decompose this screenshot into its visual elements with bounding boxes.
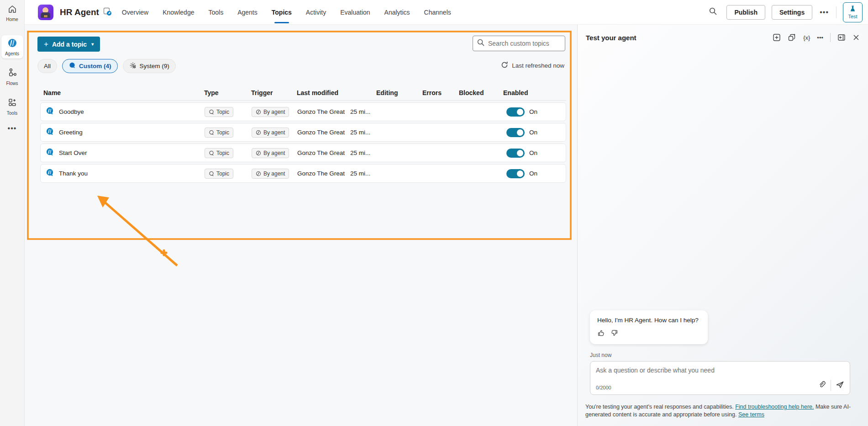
- topic-name: Greeting: [59, 129, 83, 136]
- chat-input-box: 0/2000: [590, 361, 850, 395]
- modified-by: Gonzo The Great: [297, 108, 345, 115]
- attachment-icon[interactable]: [818, 380, 826, 390]
- global-search-icon[interactable]: [709, 7, 717, 17]
- home-icon: [8, 5, 17, 16]
- type-badge: Topic: [205, 107, 233, 117]
- tab-knowledge[interactable]: Knowledge: [163, 0, 194, 25]
- table-row[interactable]: Greeting Topic By agent Gonzo The Great2…: [40, 123, 566, 142]
- close-icon[interactable]: [852, 34, 860, 41]
- rail-more-button[interactable]: •••: [0, 124, 24, 133]
- tab-overview[interactable]: Overview: [122, 0, 148, 25]
- thumbs-down-icon[interactable]: [610, 329, 618, 339]
- col-last-modified[interactable]: Last modified: [294, 89, 373, 96]
- tab-topics[interactable]: Topics: [272, 0, 292, 25]
- topbar-more-button[interactable]: •••: [819, 8, 830, 16]
- table-row[interactable]: Start Over Topic By agent Gonzo The Grea…: [40, 144, 566, 162]
- tab-analytics[interactable]: Analytics: [384, 0, 410, 25]
- topics-table: Name Type Trigger Last modified Editing …: [40, 85, 566, 183]
- enabled-toggle[interactable]: [506, 128, 525, 137]
- col-blocked[interactable]: Blocked: [456, 89, 500, 96]
- topic-name: Start Over: [59, 149, 87, 156]
- trigger-badge: By agent: [252, 169, 289, 179]
- rail-item-label: Agents: [5, 51, 19, 56]
- topic-icon: [45, 148, 54, 158]
- add-topic-label: Add a topic: [52, 41, 87, 48]
- test-button[interactable]: Test: [843, 2, 863, 22]
- table-row[interactable]: Goodbye Topic By agent Gonzo The Great25…: [40, 102, 566, 121]
- send-icon[interactable]: [836, 380, 844, 391]
- rail-item-home[interactable]: Home: [1, 2, 23, 24]
- table-row[interactable]: Thank you Topic By agent Gonzo The Great…: [40, 164, 566, 183]
- flows-icon: [7, 68, 17, 80]
- topics-page: + Add a topic ▾ All Custom (4) System (9…: [25, 25, 578, 426]
- publish-button[interactable]: Publish: [726, 5, 765, 20]
- tab-activity[interactable]: Activity: [306, 0, 326, 25]
- col-editing[interactable]: Editing: [373, 89, 419, 96]
- topic-filters: All Custom (4) System (9): [37, 59, 176, 73]
- enabled-label: On: [529, 149, 537, 156]
- chat-bubble-icon: [68, 62, 76, 70]
- modified-by: Gonzo The Great: [297, 170, 345, 177]
- modified-time: 25 mi...: [350, 129, 370, 136]
- test-flask-icon: [849, 5, 856, 13]
- agent-avatar: [38, 5, 53, 20]
- disclaimer-text: You're testing your agent's real respons…: [585, 404, 735, 410]
- chat-input-field[interactable]: [596, 367, 844, 374]
- activity-map-icon[interactable]: [788, 33, 796, 42]
- enabled-toggle[interactable]: [506, 169, 525, 178]
- rail-item-label: Tools: [7, 111, 17, 116]
- message-timestamp: Just now: [590, 352, 611, 358]
- modified-by: Gonzo The Great: [297, 149, 345, 156]
- rail-item-tools[interactable]: Tools: [1, 95, 23, 118]
- col-name[interactable]: Name: [40, 89, 201, 96]
- left-rail: Home Agents Flows Tools •••: [0, 0, 25, 426]
- tab-agents[interactable]: Agents: [237, 0, 258, 25]
- settings-button[interactable]: Settings: [772, 5, 812, 20]
- variables-icon[interactable]: {x}: [803, 34, 810, 41]
- topics-search: [473, 36, 565, 51]
- col-trigger[interactable]: Trigger: [248, 89, 294, 96]
- search-icon: [477, 38, 485, 48]
- col-type[interactable]: Type: [201, 89, 248, 96]
- modified-time: 25 mi...: [350, 170, 370, 177]
- enabled-label: On: [529, 129, 537, 136]
- col-errors[interactable]: Errors: [419, 89, 456, 96]
- enabled-toggle[interactable]: [506, 107, 525, 117]
- add-topic-button[interactable]: + Add a topic ▾: [37, 37, 100, 52]
- new-conversation-icon[interactable]: [773, 33, 781, 42]
- filter-all[interactable]: All: [37, 59, 57, 73]
- rail-item-agents[interactable]: Agents: [1, 35, 23, 59]
- dock-panel-icon[interactable]: [837, 33, 846, 42]
- agent-message-text: Hello, I'm HR Agent. How can I help?: [597, 316, 700, 325]
- char-counter: 0/2000: [596, 385, 611, 390]
- agents-icon: [7, 38, 17, 50]
- top-bar: HR Agent Overview Knowledge Tools Agents…: [25, 0, 868, 25]
- col-enabled[interactable]: Enabled: [500, 89, 566, 96]
- refresh-icon: [501, 61, 508, 70]
- trigger-badge: By agent: [252, 148, 289, 158]
- edit-agent-icon[interactable]: [103, 7, 112, 18]
- test-disclaimer: You're testing your agent's real respons…: [585, 403, 862, 419]
- modified-by: Gonzo The Great: [297, 129, 345, 136]
- tools-icon: [7, 97, 17, 109]
- tab-channels[interactable]: Channels: [424, 0, 451, 25]
- filter-system[interactable]: System (9): [123, 59, 176, 73]
- refresh-control[interactable]: Last refreshed now: [501, 61, 564, 70]
- plus-icon: +: [44, 40, 48, 49]
- rail-item-flows[interactable]: Flows: [1, 65, 23, 88]
- enabled-toggle[interactable]: [506, 149, 525, 158]
- filter-custom[interactable]: Custom (4): [62, 59, 118, 73]
- thumbs-up-icon[interactable]: [597, 329, 605, 339]
- see-terms-link[interactable]: See terms: [738, 411, 764, 418]
- topics-search-input[interactable]: [488, 40, 561, 47]
- input-divider: [831, 380, 831, 391]
- filter-system-label: System (9): [140, 63, 169, 69]
- topic-icon: [45, 168, 54, 179]
- tab-evaluation[interactable]: Evaluation: [340, 0, 370, 25]
- agent-message-bubble: Hello, I'm HR Agent. How can I help?: [590, 310, 708, 344]
- type-badge: Topic: [205, 148, 233, 158]
- trigger-badge: By agent: [252, 107, 289, 117]
- panel-more-icon[interactable]: •••: [817, 34, 823, 41]
- tab-tools[interactable]: Tools: [208, 0, 223, 25]
- troubleshooting-link[interactable]: Find troubleshooting help here.: [735, 404, 814, 410]
